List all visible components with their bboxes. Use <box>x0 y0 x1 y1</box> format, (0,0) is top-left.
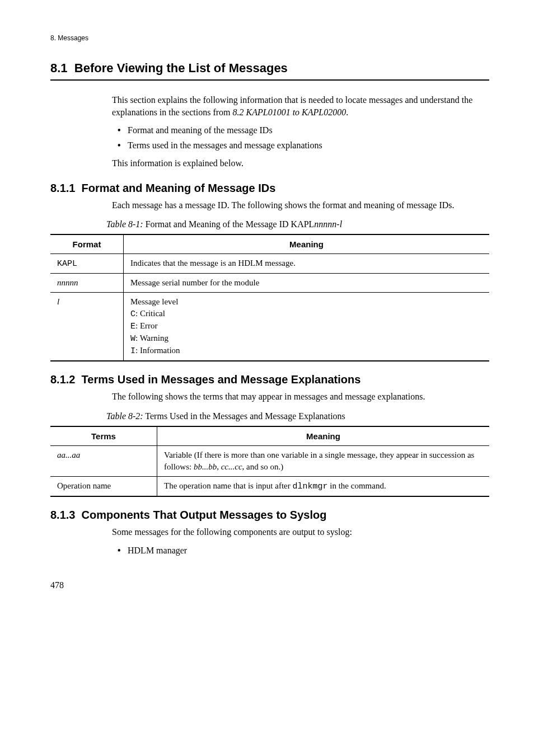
subsection-title-text: Terms Used in Messages and Message Expla… <box>82 373 361 386</box>
list-item: Format and meaning of the message IDs <box>128 124 489 137</box>
level-code: I <box>130 346 135 356</box>
table-2: Terms Meaning aa...aa Variable (If there… <box>50 426 489 497</box>
intro-paragraph-2: This information is explained below. <box>112 157 489 170</box>
table-1-caption-text: Format and Meaning of the Message ID KAP… <box>143 219 315 229</box>
list-item: HDLM manager <box>128 544 489 557</box>
sub1-paragraph: Each message has a message ID. The follo… <box>112 199 489 212</box>
sub1-body: Each message has a message ID. The follo… <box>112 199 489 212</box>
meaning-italic: bb...bb <box>194 462 217 471</box>
section-title: 8.1 Before Viewing the List of Messages <box>50 60 489 77</box>
term-cell: Operation name <box>50 477 157 497</box>
meaning-label: Message level <box>130 297 178 306</box>
meaning-cell: Variable (If there is more than one vari… <box>157 446 490 477</box>
meaning-italic-2: cc...cc <box>221 462 242 471</box>
table-1-caption: Table 8-1: Format and Meaning of the Mes… <box>106 218 489 231</box>
running-header: 8. Messages <box>50 34 489 43</box>
meaning-mono: dlnkmgr <box>293 482 328 491</box>
table-row: aa...aa Variable (If there is more than … <box>50 446 489 477</box>
table-row: KAPL Indicates that the message is an HD… <box>50 254 489 274</box>
subsection-number: 8.1.2 <box>50 373 75 386</box>
table-row: Operation name The operation name that i… <box>50 477 489 497</box>
meaning-cell: Indicates that the message is an HDLM me… <box>124 254 490 274</box>
table-2-caption-text: Terms Used in the Messages and Message E… <box>143 411 345 421</box>
sub3-bullet-list: HDLM manager <box>112 544 489 557</box>
format-cell: KAPL <box>57 259 77 269</box>
meaning-post: , and so on.) <box>242 462 284 471</box>
intro-paragraph-1: This section explains the following info… <box>112 94 489 119</box>
subsection-number: 8.1.1 <box>50 182 75 194</box>
sub2-body: The following shows the terms that may a… <box>112 391 489 403</box>
table-1-header-format: Format <box>50 234 124 254</box>
list-item: Terms used in the messages and message e… <box>128 139 489 152</box>
level-text: : Critical <box>135 309 165 318</box>
sub3-body: Some messages for the following componen… <box>112 526 489 557</box>
format-cell: nnnnn <box>57 278 78 287</box>
meaning-cell: Message level C: Critical E: Error W: Wa… <box>124 293 490 361</box>
meaning-cell: The operation name that is input after d… <box>157 477 490 497</box>
table-2-header-meaning: Meaning <box>157 426 490 446</box>
term-cell: aa...aa <box>57 450 80 459</box>
intro-p1-italic: 8.2 KAPL01001 to KAPL02000 <box>233 107 346 117</box>
table-2-caption-prefix: Table 8-2: <box>106 411 143 421</box>
subsection-title-text: Components That Output Messages to Syslo… <box>82 509 327 521</box>
table-1: Format Meaning KAPL Indicates that the m… <box>50 234 489 361</box>
intro-p1-suffix: . <box>346 107 348 117</box>
level-text: : Information <box>135 346 180 355</box>
subsection-title: 8.1.1 Format and Meaning of Message IDs <box>50 180 489 196</box>
table-1-caption-prefix: Table 8-1: <box>106 219 143 229</box>
table-row: l Message level C: Critical E: Error W: … <box>50 293 489 361</box>
meaning-cell: Message serial number for the module <box>124 274 490 293</box>
level-text: : Error <box>135 321 158 330</box>
format-cell: l <box>57 297 59 306</box>
table-2-header-terms: Terms <box>50 426 157 446</box>
meaning-post: in the command. <box>328 481 386 490</box>
table-1-header-meaning: Meaning <box>124 234 490 254</box>
level-code: E <box>130 322 135 331</box>
section-title-text: Before Viewing the List of Messages <box>74 61 288 75</box>
section-number: 8.1 <box>50 61 68 75</box>
table-2-caption: Table 8-2: Terms Used in the Messages an… <box>106 410 489 422</box>
table-1-caption-italic: nnnnn-l <box>314 219 342 229</box>
section-rule <box>50 79 489 81</box>
sub3-paragraph: Some messages for the following componen… <box>112 526 489 538</box>
meaning-pre: The operation name that is input after <box>164 481 293 490</box>
sub2-paragraph: The following shows the terms that may a… <box>112 391 489 403</box>
table-row: nnnnn Message serial number for the modu… <box>50 274 489 293</box>
subsection-title-text: Format and Meaning of Message IDs <box>82 182 276 194</box>
intro-bullet-list: Format and meaning of the message IDs Te… <box>112 124 489 152</box>
meaning-mid: , <box>217 462 221 471</box>
level-code: W <box>130 334 135 344</box>
level-code: C <box>130 309 135 319</box>
level-text: : Warning <box>135 334 168 342</box>
subsection-title: 8.1.2 Terms Used in Messages and Message… <box>50 372 489 387</box>
subsection-title: 8.1.3 Components That Output Messages to… <box>50 507 489 523</box>
page-number: 478 <box>50 579 489 591</box>
intro-block: This section explains the following info… <box>112 94 489 170</box>
subsection-number: 8.1.3 <box>50 509 75 521</box>
